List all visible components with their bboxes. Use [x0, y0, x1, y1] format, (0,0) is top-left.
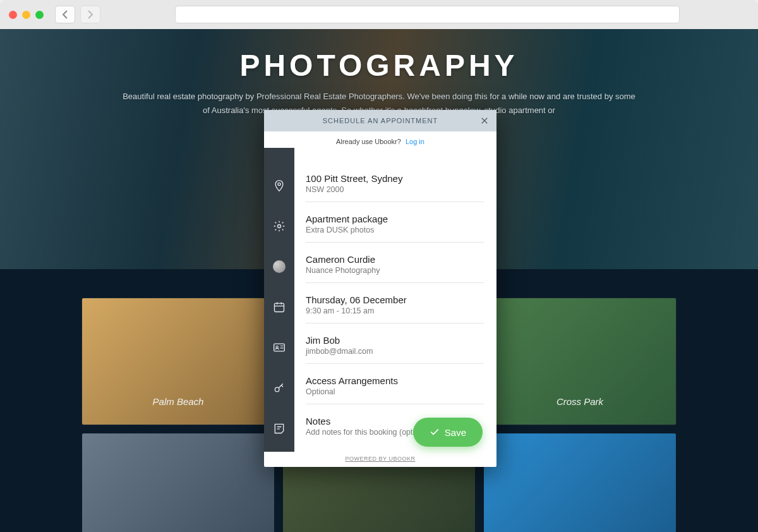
modal-rail — [264, 148, 294, 452]
svg-rect-3 — [274, 344, 285, 351]
package-row[interactable]: Apartment package Extra DUSK photos — [306, 205, 484, 243]
back-button[interactable] — [55, 6, 75, 23]
svg-point-0 — [278, 183, 280, 185]
gallery-tile-4[interactable] — [82, 433, 274, 532]
date-sub: 9:30 am - 10:15 am — [306, 306, 484, 315]
gallery-tile-cross-park[interactable]: Cross Park — [484, 298, 676, 425]
calendar-icon — [273, 301, 286, 313]
url-input[interactable] — [175, 6, 680, 23]
tile-label: Palm Beach — [153, 396, 204, 407]
svg-point-1 — [278, 225, 281, 228]
page-viewport: PHOTOGRAPHY Beautiful real estate photog… — [0, 29, 758, 532]
access-row[interactable]: Access Arrangements Optional — [306, 366, 484, 404]
gallery-tile-6[interactable] — [484, 433, 676, 532]
contact-row[interactable]: Jim Bob jimbob@dmail.com — [306, 326, 484, 364]
photographer-row[interactable]: Cameron Curdie Nuance Photography — [306, 245, 484, 283]
chevron-right-icon — [87, 10, 93, 19]
package-sub: Extra DUSK photos — [306, 226, 484, 234]
address-title: 100 Pitt Street, Sydney — [306, 173, 484, 184]
login-link[interactable]: Log in — [406, 138, 424, 145]
schedule-appointment-modal: SCHEDULE AN APPOINTMENT Already use Uboo… — [264, 110, 496, 467]
check-icon — [430, 427, 440, 437]
window-controls — [9, 11, 44, 19]
access-title: Access Arrangements — [306, 375, 484, 386]
contact-card-icon — [273, 341, 286, 354]
save-button[interactable]: Save — [413, 418, 483, 447]
tile-label: Cross Park — [556, 396, 603, 407]
avatar-icon — [273, 260, 286, 273]
contact-sub: jimbob@dmail.com — [306, 347, 484, 356]
login-prompt-text: Already use Ubookr? — [336, 138, 401, 145]
access-sub: Optional — [306, 387, 484, 396]
powered-by-link[interactable]: POWERED BY UBOOKR — [264, 452, 496, 467]
contact-title: Jim Bob — [306, 335, 484, 346]
login-prompt: Already use Ubookr? Log in — [264, 131, 496, 148]
browser-chrome — [0, 0, 758, 29]
forward-button[interactable] — [80, 6, 100, 23]
notes-icon — [273, 422, 286, 435]
modal-header: SCHEDULE AN APPOINTMENT — [264, 110, 496, 131]
maximize-window-button[interactable] — [35, 11, 44, 19]
photographer-sub: Nuance Photography — [306, 266, 484, 275]
chevron-left-icon — [62, 10, 68, 19]
svg-point-5 — [275, 387, 279, 392]
gallery-tile-palm-beach[interactable]: Palm Beach — [82, 298, 274, 425]
close-modal-button[interactable] — [479, 115, 490, 126]
page-title: PHOTOGRAPHY — [0, 48, 758, 83]
photographer-title: Cameron Curdie — [306, 254, 484, 265]
date-title: Thursday, 06 December — [306, 294, 484, 305]
date-row[interactable]: Thursday, 06 December 9:30 am - 10:15 am — [306, 286, 484, 323]
location-icon — [273, 179, 286, 192]
package-title: Apartment package — [306, 214, 484, 224]
modal-title: SCHEDULE AN APPOINTMENT — [323, 117, 438, 124]
close-icon — [481, 117, 488, 124]
close-window-button[interactable] — [9, 11, 17, 19]
key-icon — [273, 382, 286, 394]
modal-content: 100 Pitt Street, Sydney NSW 2000 Apartme… — [294, 148, 496, 452]
minimize-window-button[interactable] — [22, 11, 30, 19]
svg-rect-2 — [275, 303, 284, 311]
gear-icon — [273, 220, 286, 233]
save-button-label: Save — [445, 427, 466, 438]
svg-point-4 — [276, 346, 278, 348]
address-row[interactable]: 100 Pitt Street, Sydney NSW 2000 — [306, 167, 484, 202]
address-sub: NSW 2000 — [306, 185, 484, 194]
